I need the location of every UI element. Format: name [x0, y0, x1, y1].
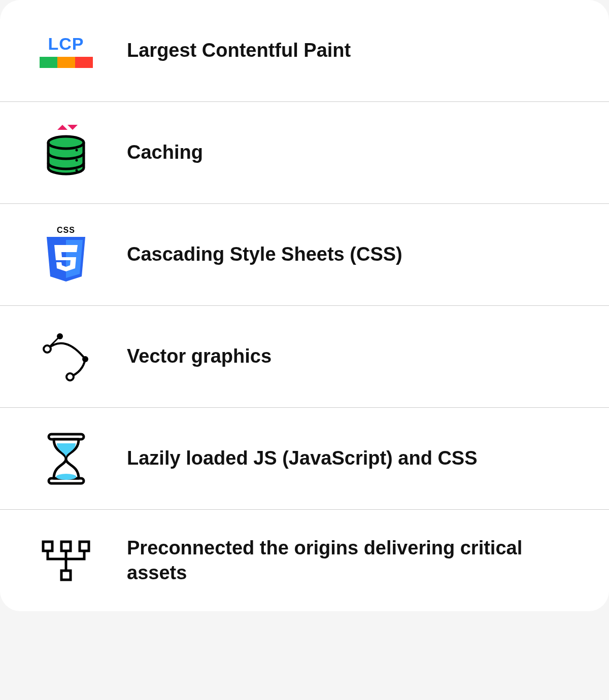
item-label: Preconnected the origins delivering crit…: [127, 536, 571, 586]
hourglass-icon: [38, 431, 94, 486]
svg-text:CSS: CSS: [57, 226, 75, 234]
list-item[interactable]: Caching: [0, 102, 609, 204]
list-item[interactable]: Vector graphics: [0, 306, 609, 408]
item-label: Vector graphics: [127, 344, 272, 369]
vector-bezier-icon: [38, 329, 94, 384]
svg-marker-0: [57, 125, 67, 130]
css-shield-icon: CSS: [38, 227, 94, 283]
svg-rect-19: [80, 542, 89, 551]
svg-point-4: [75, 159, 78, 162]
svg-point-3: [75, 149, 78, 152]
list-item[interactable]: Preconnected the origins delivering crit…: [0, 510, 609, 611]
svg-point-5: [75, 169, 78, 172]
list: LCP Largest Contentful Paint: [0, 0, 609, 611]
database-cache-icon: [38, 125, 94, 181]
svg-point-10: [44, 345, 51, 353]
item-label: Lazily loaded JS (JavaScript) and CSS: [127, 446, 478, 471]
svg-point-12: [82, 356, 88, 362]
svg-point-16: [56, 474, 76, 480]
list-item[interactable]: Lazily loaded JS (JavaScript) and CSS: [0, 408, 609, 510]
item-label: Largest Contentful Paint: [127, 38, 351, 63]
item-label: Caching: [127, 140, 203, 165]
svg-point-13: [66, 373, 74, 380]
lcp-icon-text: LCP: [48, 34, 84, 54]
svg-marker-1: [67, 125, 78, 130]
svg-rect-17: [43, 542, 52, 551]
card: LCP Largest Contentful Paint: [0, 0, 609, 611]
svg-rect-20: [61, 571, 71, 580]
svg-point-11: [57, 333, 63, 339]
svg-rect-18: [61, 542, 71, 551]
item-label: Cascading Style Sheets (CSS): [127, 242, 402, 267]
lcp-bar: [40, 57, 93, 68]
list-item[interactable]: CSS Cascading Style Sheets (CSS): [0, 204, 609, 306]
lcp-icon: LCP: [38, 23, 94, 79]
network-preconnect-icon: [38, 533, 94, 588]
list-item[interactable]: LCP Largest Contentful Paint: [0, 0, 609, 102]
